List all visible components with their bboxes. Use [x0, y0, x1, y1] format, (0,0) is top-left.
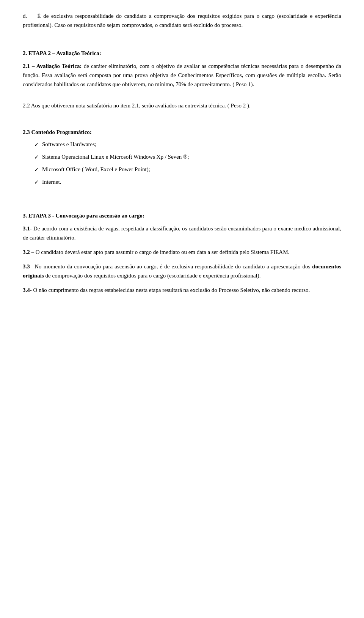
checklist: ✓ Softwares e Hardwares; ✓ Sistema Opera…	[34, 140, 341, 187]
spacer-1	[23, 35, 341, 42]
heading-2-3-text: 2.3 Conteúdo Programático:	[23, 129, 92, 135]
spacer-4	[23, 191, 341, 197]
heading-2-3: 2.3 Conteúdo Programático:	[23, 128, 341, 137]
spacer-3	[23, 115, 341, 122]
paragraph-3-1-text: - De acordo com a existência de vagas, r…	[23, 225, 341, 241]
paragraph-3-4-text: - O não cumprimento das regras estabelec…	[30, 287, 310, 293]
paragraph-2-2: 2.2 Aos que obtiverem nota satisfatória …	[23, 101, 341, 110]
paragraph-3-3-text: – No momento da convocação para ascensão…	[30, 263, 312, 270]
check-icon-3: ✓	[34, 165, 39, 174]
heading-etapa2-text: 2. ETAPA 2 – Avaliação Teórica:	[23, 50, 101, 56]
checklist-item-4: ✓ Internet.	[34, 177, 341, 187]
checklist-item-1: ✓ Softwares e Hardwares;	[34, 140, 341, 149]
paragraph-d-text: d. É de exclusiva responsabilidade do ca…	[23, 13, 341, 28]
paragraph-3-4: 3.4- O não cumprimento das regras estabe…	[23, 285, 341, 295]
paragraph-3-1: 3.1- De acordo com a existência de vagas…	[23, 224, 341, 242]
checklist-item-1-text: Softwares e Hardwares;	[42, 140, 96, 149]
paragraph-3-1-prefix: 3.1	[23, 225, 30, 232]
paragraph-3-2-prefix: 3.2	[23, 249, 30, 255]
page-content: d. É de exclusiva responsabilidade do ca…	[0, 0, 364, 315]
spacer-2	[23, 94, 341, 101]
paragraph-3-3-text2: de comprovação dos requisitos exigidos p…	[44, 273, 261, 279]
paragraph-3-2-text: – O candidato deverá estar apto para ass…	[30, 249, 290, 255]
checklist-item-2-text: Sistema Operacional Linux e Microsoft Wi…	[42, 152, 189, 161]
paragraph-2-1: 2.1 – Avaliação Teórica: de caráter elim…	[23, 61, 341, 89]
heading-etapa2: 2. ETAPA 2 – Avaliação Teórica:	[23, 49, 341, 58]
paragraph-2-2-text: 2.2 Aos que obtiverem nota satisfatória …	[23, 102, 251, 109]
spacer-5	[23, 197, 341, 204]
paragraph-2-1-prefix: 2.1 – Avaliação Teórica:	[23, 63, 82, 69]
checklist-item-2: ✓ Sistema Operacional Linux e Microsoft …	[34, 152, 341, 162]
paragraph-3-4-prefix: 3.4	[23, 287, 30, 293]
heading-etapa3-text: 3. ETAPA 3 - Convocação para ascensão ao…	[23, 213, 144, 219]
paragraph-3-2: 3.2 – O candidato deverá estar apto para…	[23, 248, 341, 257]
paragraph-d: d. É de exclusiva responsabilidade do ca…	[23, 11, 341, 30]
checklist-item-3-text: Microsoft Office ( Word, Excel e Power P…	[42, 165, 150, 174]
checklist-item-3: ✓ Microsoft Office ( Word, Excel e Power…	[34, 165, 341, 174]
check-icon-2: ✓	[34, 153, 39, 162]
check-icon-4: ✓	[34, 178, 39, 187]
paragraph-3-3: 3.3– No momento da convocação para ascen…	[23, 262, 341, 280]
heading-etapa3: 3. ETAPA 3 - Convocação para ascensão ao…	[23, 211, 341, 220]
checklist-item-4-text: Internet.	[42, 177, 61, 186]
paragraph-3-3-prefix: 3.3	[23, 263, 30, 270]
check-icon-1: ✓	[34, 140, 39, 149]
